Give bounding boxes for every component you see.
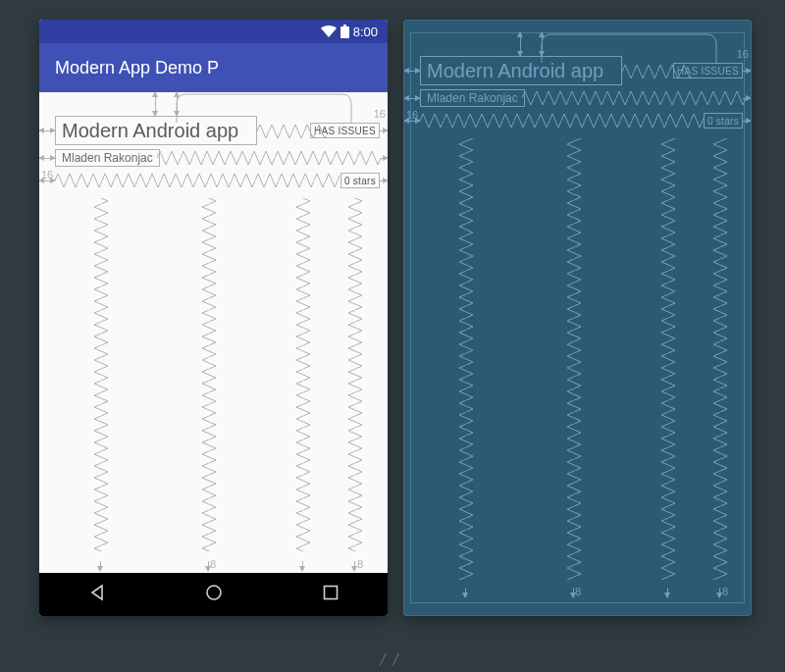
constraint-title-top bbox=[155, 92, 156, 116]
bp-spring-col-4 bbox=[713, 138, 727, 580]
bp-constraint-title-left bbox=[404, 71, 420, 72]
constraint-title-left bbox=[39, 130, 55, 131]
panel-resize-grip[interactable]: ╱╱ bbox=[380, 653, 405, 666]
wifi-icon bbox=[321, 26, 337, 37]
svg-point-0 bbox=[207, 586, 221, 599]
blueprint-surface[interactable]: Modern Android app HAS ISSUES Mladen Rak… bbox=[404, 32, 751, 603]
constraint-row2-right bbox=[380, 158, 388, 159]
bp-constraint-hasissues-curve bbox=[542, 32, 738, 64]
bp-spring-col-2-end bbox=[573, 588, 574, 597]
bp-constraint-stars-right bbox=[743, 121, 751, 122]
bp-stars-text: 0 stars bbox=[707, 116, 739, 127]
spring-col-3-end bbox=[302, 561, 303, 571]
bp-margin-bottom-2: 8 bbox=[722, 586, 728, 597]
bp-spring-author-row bbox=[522, 91, 746, 105]
spring-col-4-end bbox=[354, 561, 355, 571]
nav-home-icon[interactable] bbox=[204, 583, 224, 606]
design-preview-panel[interactable]: 8:00 Modern App Demo P Modern Android ap… bbox=[39, 20, 388, 616]
bp-stars-textview[interactable]: 0 stars bbox=[704, 113, 743, 129]
spring-col-1 bbox=[94, 198, 108, 551]
bp-margin-hasissues-top: 16 bbox=[737, 48, 749, 60]
constraint-author-left bbox=[39, 158, 55, 159]
bp-constraint-title-top bbox=[520, 32, 521, 56]
spring-col-3 bbox=[296, 198, 310, 551]
bp-spring-col-3 bbox=[661, 138, 675, 580]
bp-spring-stars-row bbox=[420, 114, 705, 128]
battery-icon bbox=[340, 25, 349, 38]
bp-spring-col-2 bbox=[567, 138, 581, 580]
nav-back-icon[interactable] bbox=[88, 584, 106, 605]
spring-col-2 bbox=[202, 198, 216, 551]
bp-constraint-row2-right bbox=[743, 98, 751, 99]
device-statusbar: 8:00 bbox=[39, 20, 388, 43]
bp-spring-col-4-end bbox=[719, 588, 720, 597]
bp-spring-title-to-issues bbox=[622, 65, 691, 78]
bp-spring-col-1 bbox=[459, 138, 473, 580]
spring-col-4 bbox=[348, 198, 362, 551]
constraint-stars-right bbox=[380, 181, 388, 181]
layout-editor-stage: 8:00 Modern App Demo P Modern Android ap… bbox=[39, 20, 752, 616]
constraint-hasissues-right bbox=[380, 130, 388, 131]
svg-rect-1 bbox=[324, 587, 337, 599]
bp-author-text: Mladen Rakonjac bbox=[427, 91, 518, 105]
blueprint-panel[interactable]: Modern Android app HAS ISSUES Mladen Rak… bbox=[403, 20, 752, 616]
bp-margin-bottom-1: 8 bbox=[575, 586, 581, 597]
bp-spring-col-3-end bbox=[667, 588, 668, 597]
nav-recent-icon[interactable] bbox=[323, 585, 339, 604]
status-time: 8:00 bbox=[353, 25, 378, 39]
spring-author-row bbox=[157, 151, 381, 165]
app-title: Modern App Demo P bbox=[55, 58, 219, 78]
spring-stars-row bbox=[55, 174, 340, 187]
bp-constraint-author-left bbox=[404, 98, 420, 99]
device-navbar bbox=[39, 573, 388, 616]
stars-textview[interactable]: 0 stars bbox=[340, 173, 380, 188]
app-toolbar: Modern App Demo P bbox=[39, 43, 388, 92]
spring-title-to-issues bbox=[257, 125, 326, 138]
constraint-hasissues-curve bbox=[177, 92, 373, 124]
constraint-stars-left bbox=[39, 181, 55, 181]
margin-hasissues-top: 16 bbox=[374, 108, 386, 120]
constraint-layout-surface[interactable]: Modern Android app HAS ISSUES Mladen Rak… bbox=[39, 92, 388, 573]
margin-bottom-1: 8 bbox=[210, 558, 216, 570]
margin-bottom-2: 8 bbox=[357, 558, 363, 570]
author-text: Mladen Rakonjac bbox=[62, 151, 153, 165]
bp-constraint-stars-left bbox=[404, 121, 420, 122]
bp-constraint-hasissues-right bbox=[743, 71, 751, 72]
author-textview[interactable]: Mladen Rakonjac bbox=[55, 149, 160, 167]
bp-author-textview[interactable]: Mladen Rakonjac bbox=[420, 89, 525, 107]
spring-col-2-end bbox=[208, 561, 209, 571]
spring-col-1-end bbox=[100, 561, 101, 571]
bp-spring-col-1-end bbox=[465, 588, 466, 597]
stars-text: 0 stars bbox=[344, 176, 376, 186]
